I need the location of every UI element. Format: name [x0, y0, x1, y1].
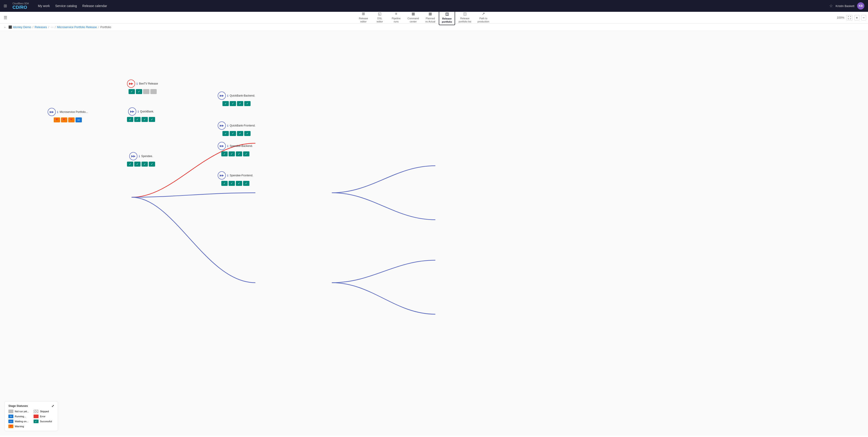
- stage-box: ✓: [237, 131, 243, 136]
- tab-command-center[interactable]: ▦ Commandcenter: [405, 10, 422, 25]
- tab-planned-vs-actual[interactable]: ▦ Plannedvs Actual: [423, 10, 438, 25]
- dsl-editor-label: DSLeditor: [377, 17, 383, 23]
- nav-service-catalog[interactable]: Service catalog: [55, 4, 77, 8]
- legend-box-warning: 🚩: [8, 425, 13, 428]
- toolbar-left: ☰: [2, 15, 11, 20]
- beetv-arrow-icon: ▶▶: [129, 82, 133, 85]
- tab-dsl-editor[interactable]: ◱ DSLeditor: [372, 10, 388, 25]
- stage-box: [150, 89, 157, 94]
- zoom-fit-button[interactable]: ⛶: [846, 15, 852, 21]
- tab-release-portfolio[interactable]: ◫ Releaseportfolio: [439, 10, 455, 25]
- stage-box: ✓: [236, 181, 242, 186]
- breadcrumb-sep-2: /: [48, 25, 49, 29]
- legend: Stage Statuses ⤢ Not run yet... Skipped …: [4, 401, 58, 431]
- release-portfolio-list-label: Releaseportfolio list: [459, 17, 471, 23]
- spendee-backend-label: Spendee-Backend.: [230, 145, 253, 148]
- stage-box: ✓: [221, 151, 228, 156]
- breadcrumb-sep-3: /: [55, 25, 56, 29]
- beetv-stages: ✓ ✓: [129, 89, 157, 94]
- grid-icon[interactable]: ⊞: [4, 3, 7, 8]
- stage-box: ✓: [228, 181, 235, 186]
- stage-box: ✓: [243, 151, 249, 156]
- stage-box: 🚩: [68, 117, 74, 122]
- breadcrumb-microservice[interactable]: Microservice Portfolio Release: [57, 25, 97, 29]
- nav-my-work[interactable]: My work: [38, 4, 50, 8]
- qb-frontend-info-icon[interactable]: ℹ: [227, 124, 228, 127]
- spendee-info-icon[interactable]: ℹ: [139, 155, 140, 158]
- spendee-backend-info-icon[interactable]: ℹ: [227, 145, 228, 148]
- quickbank-stages: ✓ ✓ ✓ ✓: [127, 117, 155, 122]
- stage-box: ✓: [136, 89, 142, 94]
- tab-pipeline-runs[interactable]: ≡ Pipelineruns: [388, 10, 404, 25]
- back-arrow[interactable]: ←: [4, 25, 7, 29]
- breadcrumb-idonley[interactable]: Idonley Demo: [13, 25, 31, 29]
- avatar[interactable]: KB: [857, 2, 864, 9]
- planned-vs-actual-icon: ▦: [429, 11, 432, 16]
- stage-box: ✓: [134, 117, 141, 122]
- zoom-out-button[interactable]: −: [861, 15, 866, 21]
- release-portfolio-icon: ◫: [445, 12, 449, 17]
- node-qb-frontend-header: ▶▶ ℹ QuickBank-Frontend.: [218, 122, 255, 130]
- beetv-info-icon[interactable]: ℹ: [136, 82, 137, 86]
- legend-label-warning: Warning: [15, 425, 24, 428]
- release-editor-icon: ⊞: [362, 11, 365, 16]
- stage-box: ✓: [244, 131, 251, 136]
- zoom-in-button[interactable]: +: [855, 15, 859, 21]
- stage-box: ✓: [244, 101, 251, 106]
- release-portfolio-label: Releaseportfolio: [442, 17, 452, 24]
- spendee-frontend-info-icon[interactable]: ℹ: [227, 174, 228, 177]
- legend-waiting: ••• Waiting on...: [8, 419, 29, 423]
- legend-box-running: %: [8, 414, 13, 418]
- hamburger-icon[interactable]: ☰: [4, 15, 7, 20]
- microservice-label: Microservice Portfolio...: [60, 111, 88, 114]
- node-quickbank-frontend[interactable]: ▶▶ ℹ QuickBank-Frontend. ✓ ✓ ✓ ✓: [218, 122, 255, 136]
- logo: CloudBees SDA CD/RO: [12, 2, 29, 10]
- breadcrumb-releases[interactable]: Releases: [35, 25, 47, 29]
- node-microservice-header: ▶▶ ℹ Microservice Portfolio...: [48, 108, 88, 116]
- beetv-circle: ▶▶: [127, 80, 135, 88]
- legend-title: Stage Statuses ⤢: [8, 404, 54, 408]
- stage-box: •••: [75, 117, 82, 122]
- node-quickbank-backend[interactable]: ▶▶ ℹ QuickBank-Backend. ✓ ✓ ✓ ✓: [218, 92, 255, 106]
- spendee-backend-arrow-icon: ▶▶: [220, 145, 224, 148]
- legend-title-text: Stage Statuses: [8, 404, 28, 408]
- logo-sub: CloudBees SDA: [12, 2, 29, 5]
- star-icon[interactable]: ☆: [829, 3, 833, 8]
- node-spendee-frontend[interactable]: ▶▶ ℹ Spendee-Frontend. ✓ ✓ ✓ ✓: [218, 171, 253, 186]
- stage-box: ✓: [222, 101, 229, 106]
- qb-backend-label: QuickBank-Backend.: [230, 94, 255, 97]
- stage-box: [143, 89, 149, 94]
- node-spendee-backend[interactable]: ▶▶ ℹ Spendee-Backend. ✓ ✓ ✓ ✓: [218, 142, 253, 156]
- node-quickbank[interactable]: ▶▶ ℹ QuickBank. ✓ ✓ ✓ ✓: [127, 107, 155, 122]
- stage-box: ✓: [149, 162, 155, 166]
- node-beetv[interactable]: ▶▶ ℹ BeeTV Release ✓ ✓: [127, 80, 158, 94]
- top-nav: My work Service catalog Release calendar: [38, 4, 824, 8]
- node-quickbank-header: ▶▶ ℹ QuickBank.: [128, 107, 154, 116]
- breadcrumb-sep-4: /: [98, 25, 99, 29]
- tab-path-to-production[interactable]: ↗ Path toproduction: [474, 10, 492, 25]
- path-to-production-icon: ↗: [482, 11, 485, 16]
- stage-box: ✓: [127, 162, 133, 166]
- stage-box: 🚩: [54, 117, 60, 122]
- spendee-backend-circle: ▶▶: [218, 142, 226, 150]
- legend-box-waiting: •••: [8, 419, 13, 423]
- qb-frontend-stages: ✓ ✓ ✓ ✓: [222, 131, 251, 136]
- legend-expand-icon[interactable]: ⤢: [52, 404, 54, 408]
- microservice-info-icon[interactable]: ℹ: [57, 111, 58, 114]
- tab-release-editor[interactable]: ⊞ Releaseeditor: [355, 10, 371, 25]
- breadcrumb-sep-1: /: [32, 25, 33, 29]
- microservice-arrow-icon: ▶▶: [50, 111, 54, 114]
- stage-box: ✓: [236, 151, 242, 156]
- beetv-label: BeeTV Release: [139, 82, 158, 85]
- tab-release-portfolio-list[interactable]: ◫ Releaseportfolio list: [456, 10, 474, 25]
- qb-frontend-arrow-icon: ▶▶: [220, 124, 224, 127]
- node-spendee[interactable]: ▶▶ ℹ Spendee. ✓ ✓ ✓ ✓: [127, 152, 155, 166]
- legend-label-running: Running...: [15, 415, 26, 418]
- topbar-right: ☆ Kristin Baskett KB: [829, 2, 864, 9]
- node-microservice[interactable]: ▶▶ ℹ Microservice Portfolio... 🚩 🚩 🚩 •••: [48, 108, 88, 122]
- stage-box: ✓: [230, 131, 236, 136]
- quickbank-info-icon[interactable]: ℹ: [137, 110, 139, 113]
- legend-skipped: Skipped: [34, 410, 54, 413]
- nav-release-calendar[interactable]: Release calendar: [82, 4, 107, 8]
- qb-backend-info-icon[interactable]: ℹ: [227, 94, 228, 97]
